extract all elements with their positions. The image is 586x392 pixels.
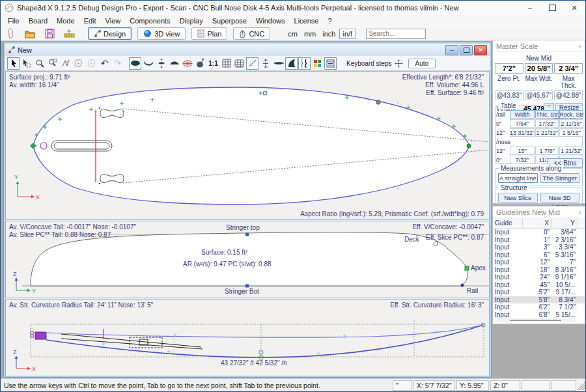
doc-close-button[interactable]: ✕ [474, 45, 487, 55]
guideline-row[interactable]: Input5'2"9 17/... [493, 288, 585, 296]
grid-board-icon[interactable] [233, 57, 245, 70]
redo-icon[interactable]: ↷ [111, 57, 124, 70]
edit-points-tool-icon[interactable] [59, 57, 72, 70]
dimension-tool-icon[interactable] [63, 28, 75, 40]
open-folder-icon[interactable] [24, 28, 36, 40]
zoom-area-tool-icon[interactable] [46, 57, 59, 70]
grid-icon[interactable] [220, 57, 232, 70]
properties-panel-icon[interactable] [324, 57, 337, 70]
guideline-row[interactable]: Input45"10 5/... [493, 281, 585, 289]
minimize-button[interactable]: – [519, 1, 541, 15]
rocker-cell[interactable]: 1 5/16" [559, 128, 583, 137]
menu-item-help[interactable]: ? [323, 16, 336, 25]
unit-option-mm[interactable]: mm [301, 29, 318, 38]
menu-item-edit[interactable]: Edit [79, 16, 101, 25]
y-column-header[interactable]: Y [551, 218, 578, 228]
menu-item-windows[interactable]: Windows [251, 16, 290, 25]
measure-vertical-icon[interactable] [259, 57, 272, 70]
curvature-tool-icon[interactable] [298, 57, 311, 70]
undo-icon[interactable]: ↶ [98, 57, 111, 70]
rocker-cell[interactable]: 1 21/32" [559, 147, 583, 155]
paste-curve-icon[interactable] [85, 57, 98, 70]
unit-option-cm[interactable]: cm [285, 29, 300, 38]
outline-panel[interactable]: Y X Surface proj.: 9.71 ft² Av. width: 1… [5, 71, 490, 220]
new-slice-button[interactable]: New Slice [498, 193, 538, 203]
plan-button[interactable]: Plan [191, 27, 227, 40]
width-field[interactable]: 20 5/8" [525, 63, 553, 74]
guideline-row[interactable]: Input18"8 3/16" [493, 266, 585, 274]
straight-line-button[interactable]: A straight line [498, 173, 538, 183]
outline-view-icon[interactable] [129, 57, 141, 70]
guideline-row[interactable]: Input5'8"8 3/4" [493, 296, 585, 304]
menu-item-license[interactable]: License [290, 16, 324, 25]
close-button[interactable]: ✕ [563, 1, 585, 15]
menu-item-board[interactable]: Board [24, 16, 52, 25]
select-area-tool-icon[interactable] [20, 57, 33, 70]
unit-option-inch[interactable]: inch [320, 29, 338, 38]
move-steps-icon[interactable] [395, 59, 403, 68]
new-3d-layer-button[interactable]: New 3D Layer [540, 193, 580, 203]
design-button[interactable]: Design [88, 27, 132, 40]
3d-view-button[interactable]: 3D view [137, 27, 186, 40]
thickness-view-icon[interactable] [155, 57, 167, 70]
master-scale-title-bar[interactable]: Master Scale x [493, 40, 585, 52]
document-title-bar[interactable]: New – ✕ [5, 44, 490, 56]
menu-item-view[interactable]: View [101, 16, 126, 25]
color-layers-icon[interactable] [311, 57, 324, 70]
length-field[interactable]: 7'2" [495, 63, 523, 74]
thickness-field[interactable]: 2 3/4" [554, 63, 583, 74]
guidelines-title-bar[interactable]: Guidelines New Mid x [493, 206, 585, 218]
width-cell[interactable]: 15" [510, 147, 535, 155]
menu-item-components[interactable]: Components [125, 16, 174, 25]
column-header-2[interactable]: Rock. Str [559, 110, 583, 119]
fin-tool-icon[interactable] [285, 57, 298, 70]
guidelines-close-icon[interactable]: x [579, 209, 582, 216]
deck-view-icon[interactable] [168, 57, 180, 70]
guideline-row[interactable]: Input6'2"7 1/2" [493, 303, 585, 311]
thickness-cell[interactable]: 1 21/32" [535, 128, 559, 137]
auto-steps-button[interactable]: Auto [408, 59, 436, 68]
copy-curve-icon[interactable] [72, 57, 85, 70]
doc-restore-button[interactable] [460, 45, 473, 55]
guideline-row[interactable]: Input3"3 3/4" [493, 244, 585, 251]
search-input[interactable] [366, 29, 426, 39]
rocker-view-icon[interactable] [142, 57, 154, 70]
menu-item-file[interactable]: File [3, 16, 24, 25]
select-tool-icon[interactable] [7, 57, 20, 70]
rocker-cell[interactable]: 2 11/16" [559, 119, 583, 128]
save-icon[interactable] [44, 28, 55, 40]
width-cell[interactable]: 7/64" [510, 119, 535, 128]
cnc-button[interactable]: CNC [233, 27, 270, 40]
guideline-row[interactable]: Input0"3/64" [493, 229, 585, 236]
guideline-row[interactable]: Input1"2 3/16" [493, 236, 585, 244]
zoom-tool-icon[interactable] [33, 57, 46, 70]
doc-minimize-button[interactable]: – [445, 45, 458, 55]
thickness-cell[interactable]: 17/32" [535, 119, 559, 128]
guideline-row[interactable]: Input6'8"5 15/... [493, 311, 585, 319]
profile-measure-icon[interactable] [272, 57, 285, 70]
column-header-0[interactable]: Width [510, 110, 535, 119]
guidelines-hscrollbar[interactable] [495, 318, 576, 322]
slice-panel[interactable]: Z Y Av. V/Concave Tail: -0.0017" Nose: -… [5, 221, 490, 298]
maximize-button[interactable] [541, 1, 563, 15]
scrollbar-thumb[interactable] [510, 320, 561, 321]
unit-option-in-f[interactable]: in/f [339, 29, 356, 39]
new-board-icon[interactable] [5, 28, 16, 40]
3d-board-icon[interactable] [194, 57, 206, 70]
slice-view-icon[interactable] [181, 57, 193, 70]
menu-item-superpose[interactable]: Superpose [208, 16, 251, 25]
master-scale-close-icon[interactable]: x [579, 43, 582, 49]
width-cell[interactable]: 13 31/32" [510, 128, 535, 137]
thickness-cell[interactable]: 1 7/8" [535, 147, 559, 155]
scale-1to1-label[interactable]: 1:1 [207, 57, 219, 70]
guideline-row[interactable]: Input12"7" [493, 259, 585, 266]
resize-grip[interactable] [578, 381, 585, 390]
width-cell[interactable]: 7/32" [510, 156, 535, 164]
guideline-row[interactable]: Input24"9 1/16" [493, 273, 585, 281]
measure-diagonal-icon[interactable] [246, 57, 258, 70]
guide-column-header[interactable]: Guide [493, 218, 523, 228]
column-header-1[interactable]: Thic. Str [535, 110, 559, 119]
menu-item-mode[interactable]: Mode [52, 16, 79, 25]
rocker-panel[interactable]: Z X Av. Str. Curvature Radius Tail: 24' … [5, 299, 490, 376]
stringer-button[interactable]: The Stringer [540, 173, 580, 183]
